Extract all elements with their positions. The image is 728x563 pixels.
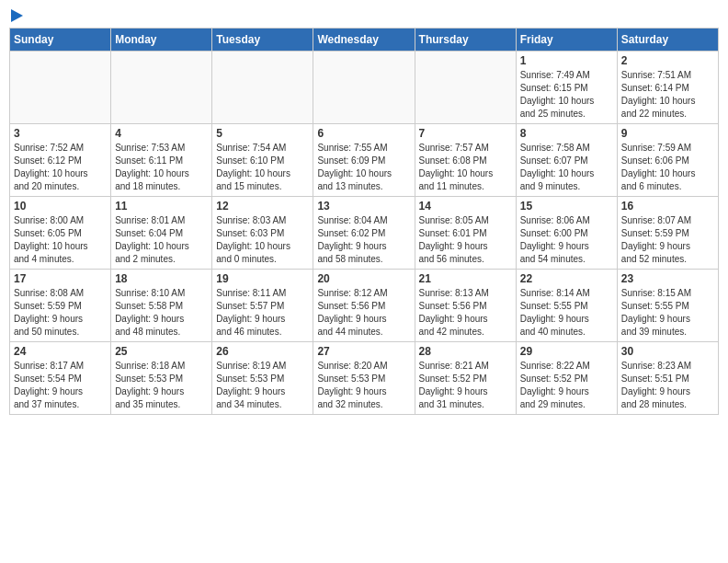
calendar-cell: 28Sunrise: 8:21 AM Sunset: 5:52 PM Dayli…: [415, 342, 516, 415]
day-info: Sunrise: 8:15 AM Sunset: 5:55 PM Dayligh…: [621, 287, 714, 339]
calendar-cell: 12Sunrise: 8:03 AM Sunset: 6:03 PM Dayli…: [212, 197, 313, 270]
day-number: 25: [115, 345, 208, 358]
day-info: Sunrise: 7:58 AM Sunset: 6:07 PM Dayligh…: [520, 142, 613, 193]
day-number: 13: [317, 200, 410, 213]
calendar-cell: 18Sunrise: 8:10 AM Sunset: 5:58 PM Dayli…: [111, 270, 212, 342]
calendar-week-4: 17Sunrise: 8:08 AM Sunset: 5:59 PM Dayli…: [10, 270, 719, 342]
day-info: Sunrise: 8:13 AM Sunset: 5:56 PM Dayligh…: [419, 287, 512, 339]
calendar-cell: 20Sunrise: 8:12 AM Sunset: 5:56 PM Dayli…: [313, 270, 415, 342]
column-header-thursday: Thursday: [415, 29, 516, 52]
day-number: 2: [621, 54, 714, 67]
logo-arrow-icon: [11, 9, 23, 22]
column-header-saturday: Saturday: [617, 29, 718, 52]
calendar-cell: 2Sunrise: 7:51 AM Sunset: 6:14 PM Daylig…: [617, 52, 718, 124]
calendar-cell: 13Sunrise: 8:04 AM Sunset: 6:02 PM Dayli…: [313, 197, 415, 270]
calendar-cell: 24Sunrise: 8:17 AM Sunset: 5:54 PM Dayli…: [10, 342, 111, 415]
calendar-cell: 7Sunrise: 7:57 AM Sunset: 6:08 PM Daylig…: [415, 124, 516, 197]
calendar-cell: 11Sunrise: 8:01 AM Sunset: 6:04 PM Dayli…: [111, 197, 212, 270]
calendar-cell: 22Sunrise: 8:14 AM Sunset: 5:55 PM Dayli…: [516, 270, 617, 342]
calendar-cell: 14Sunrise: 8:05 AM Sunset: 6:01 PM Dayli…: [415, 197, 516, 270]
day-info: Sunrise: 8:03 AM Sunset: 6:03 PM Dayligh…: [216, 214, 309, 266]
page-header: [9, 9, 719, 22]
calendar-header-row: SundayMondayTuesdayWednesdayThursdayFrid…: [10, 29, 719, 52]
day-number: 26: [216, 345, 309, 358]
day-info: Sunrise: 7:53 AM Sunset: 6:11 PM Dayligh…: [115, 142, 208, 193]
day-number: 21: [419, 272, 512, 285]
day-number: 1: [520, 54, 613, 67]
day-number: 18: [115, 272, 208, 285]
day-info: Sunrise: 8:07 AM Sunset: 5:59 PM Dayligh…: [621, 214, 714, 266]
day-info: Sunrise: 8:18 AM Sunset: 5:53 PM Dayligh…: [115, 360, 208, 411]
calendar-cell: [212, 52, 313, 124]
day-info: Sunrise: 8:08 AM Sunset: 5:59 PM Dayligh…: [14, 287, 107, 339]
calendar-cell: 10Sunrise: 8:00 AM Sunset: 6:05 PM Dayli…: [10, 197, 111, 270]
day-info: Sunrise: 8:21 AM Sunset: 5:52 PM Dayligh…: [419, 360, 512, 411]
calendar-cell: [415, 52, 516, 124]
calendar-cell: 23Sunrise: 8:15 AM Sunset: 5:55 PM Dayli…: [617, 270, 718, 342]
day-number: 16: [621, 200, 714, 213]
day-number: 20: [317, 272, 410, 285]
day-number: 8: [520, 127, 613, 140]
day-info: Sunrise: 7:51 AM Sunset: 6:14 PM Dayligh…: [621, 69, 714, 121]
day-info: Sunrise: 8:12 AM Sunset: 5:56 PM Dayligh…: [317, 287, 410, 339]
calendar-cell: 6Sunrise: 7:55 AM Sunset: 6:09 PM Daylig…: [313, 124, 415, 197]
day-info: Sunrise: 7:54 AM Sunset: 6:10 PM Dayligh…: [216, 142, 309, 193]
day-info: Sunrise: 8:11 AM Sunset: 5:57 PM Dayligh…: [216, 287, 309, 339]
day-number: 7: [419, 127, 512, 140]
calendar-week-5: 24Sunrise: 8:17 AM Sunset: 5:54 PM Dayli…: [10, 342, 719, 415]
day-info: Sunrise: 8:04 AM Sunset: 6:02 PM Dayligh…: [317, 214, 410, 266]
calendar-cell: 21Sunrise: 8:13 AM Sunset: 5:56 PM Dayli…: [415, 270, 516, 342]
calendar-cell: 25Sunrise: 8:18 AM Sunset: 5:53 PM Dayli…: [111, 342, 212, 415]
day-info: Sunrise: 7:55 AM Sunset: 6:09 PM Dayligh…: [317, 142, 410, 193]
day-number: 10: [14, 200, 107, 213]
calendar-cell: 27Sunrise: 8:20 AM Sunset: 5:53 PM Dayli…: [313, 342, 415, 415]
day-number: 3: [14, 127, 107, 140]
calendar-table: SundayMondayTuesdayWednesdayThursdayFrid…: [9, 28, 719, 415]
calendar-cell: 1Sunrise: 7:49 AM Sunset: 6:15 PM Daylig…: [516, 52, 617, 124]
day-number: 19: [216, 272, 309, 285]
day-info: Sunrise: 7:59 AM Sunset: 6:06 PM Dayligh…: [621, 142, 714, 193]
calendar-cell: 19Sunrise: 8:11 AM Sunset: 5:57 PM Dayli…: [212, 270, 313, 342]
calendar-week-1: 1Sunrise: 7:49 AM Sunset: 6:15 PM Daylig…: [10, 52, 719, 124]
day-number: 5: [216, 127, 309, 140]
day-info: Sunrise: 8:05 AM Sunset: 6:01 PM Dayligh…: [419, 214, 512, 266]
day-info: Sunrise: 8:19 AM Sunset: 5:53 PM Dayligh…: [216, 360, 309, 411]
day-number: 24: [14, 345, 107, 358]
day-number: 12: [216, 200, 309, 213]
day-number: 14: [419, 200, 512, 213]
column-header-monday: Monday: [111, 29, 212, 52]
day-number: 9: [621, 127, 714, 140]
calendar-cell: 26Sunrise: 8:19 AM Sunset: 5:53 PM Dayli…: [212, 342, 313, 415]
day-number: 4: [115, 127, 208, 140]
calendar-cell: 30Sunrise: 8:23 AM Sunset: 5:51 PM Dayli…: [617, 342, 718, 415]
calendar-cell: 17Sunrise: 8:08 AM Sunset: 5:59 PM Dayli…: [10, 270, 111, 342]
logo: [9, 9, 23, 22]
day-info: Sunrise: 7:57 AM Sunset: 6:08 PM Dayligh…: [419, 142, 512, 193]
day-number: 17: [14, 272, 107, 285]
calendar-cell: 3Sunrise: 7:52 AM Sunset: 6:12 PM Daylig…: [10, 124, 111, 197]
day-info: Sunrise: 8:20 AM Sunset: 5:53 PM Dayligh…: [317, 360, 410, 411]
day-info: Sunrise: 8:17 AM Sunset: 5:54 PM Dayligh…: [14, 360, 107, 411]
day-number: 28: [419, 345, 512, 358]
calendar-week-3: 10Sunrise: 8:00 AM Sunset: 6:05 PM Dayli…: [10, 197, 719, 270]
day-info: Sunrise: 8:23 AM Sunset: 5:51 PM Dayligh…: [621, 360, 714, 411]
calendar-cell: 29Sunrise: 8:22 AM Sunset: 5:52 PM Dayli…: [516, 342, 617, 415]
day-number: 15: [520, 200, 613, 213]
calendar-cell: [10, 52, 111, 124]
day-number: 23: [621, 272, 714, 285]
day-info: Sunrise: 8:01 AM Sunset: 6:04 PM Dayligh…: [115, 214, 208, 266]
calendar-cell: 15Sunrise: 8:06 AM Sunset: 6:00 PM Dayli…: [516, 197, 617, 270]
day-number: 6: [317, 127, 410, 140]
calendar-cell: 9Sunrise: 7:59 AM Sunset: 6:06 PM Daylig…: [617, 124, 718, 197]
day-info: Sunrise: 8:22 AM Sunset: 5:52 PM Dayligh…: [520, 360, 613, 411]
calendar-cell: 4Sunrise: 7:53 AM Sunset: 6:11 PM Daylig…: [111, 124, 212, 197]
calendar-week-2: 3Sunrise: 7:52 AM Sunset: 6:12 PM Daylig…: [10, 124, 719, 197]
calendar-cell: 5Sunrise: 7:54 AM Sunset: 6:10 PM Daylig…: [212, 124, 313, 197]
calendar-cell: 16Sunrise: 8:07 AM Sunset: 5:59 PM Dayli…: [617, 197, 718, 270]
calendar-cell: [111, 52, 212, 124]
day-info: Sunrise: 8:06 AM Sunset: 6:00 PM Dayligh…: [520, 214, 613, 266]
day-number: 29: [520, 345, 613, 358]
calendar-cell: 8Sunrise: 7:58 AM Sunset: 6:07 PM Daylig…: [516, 124, 617, 197]
day-info: Sunrise: 7:49 AM Sunset: 6:15 PM Dayligh…: [520, 69, 613, 121]
day-info: Sunrise: 8:10 AM Sunset: 5:58 PM Dayligh…: [115, 287, 208, 339]
